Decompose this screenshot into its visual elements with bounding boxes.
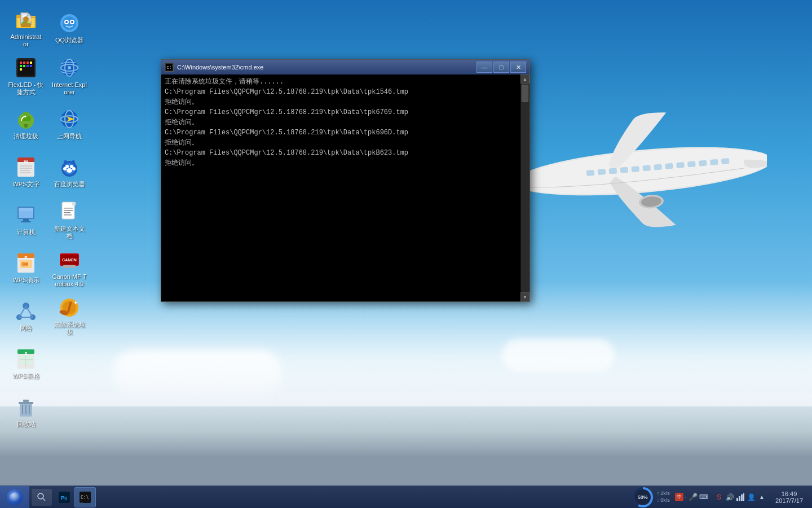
desktop-icon-computer[interactable]: 计算机 [6, 198, 46, 243]
desktop-icon-baidu[interactable]: 百度浏览器 [49, 150, 90, 195]
svg-rect-30 [30, 62, 32, 64]
up-arrow-icon: ↑ [657, 491, 660, 497]
desktop-icon-ie[interactable]: Internet Explorer [49, 54, 90, 99]
svg-point-90 [63, 167, 67, 170]
svg-rect-2 [586, 170, 595, 176]
cmd-close-button[interactable]: ✕ [510, 62, 526, 73]
svg-rect-6 [631, 166, 639, 172]
svg-line-113 [43, 498, 45, 501]
taskbar-search-button[interactable] [32, 489, 52, 506]
cmd-content: 正在清除系统垃圾文件，请稍等...... C:\Program Files\QQ… [161, 75, 520, 301]
taskbar-item-cmd[interactable]: C:\ _ [74, 487, 96, 507]
svg-rect-40 [20, 172, 31, 173]
desktop-icon-canon[interactable]: CANON Canon MF Toolbox 4.9 [49, 246, 90, 291]
svg-rect-29 [20, 68, 22, 71]
svg-text:W: W [24, 159, 28, 164]
computer-label: 计算机 [17, 229, 36, 236]
desktop-icon-ie-nav[interactable]: 上网导航 [49, 102, 90, 147]
svg-text:Ps: Ps [61, 495, 67, 501]
clean-icon [15, 108, 37, 130]
clean-junk-label: 清除系统垃圾 [51, 321, 87, 336]
svg-rect-121 [741, 494, 743, 501]
keyboard-icon[interactable]: ⌨ [699, 493, 708, 502]
svg-rect-104 [63, 265, 76, 268]
arrow-tray-icon[interactable]: ▲ [757, 493, 766, 502]
svg-text:P: P [24, 255, 28, 260]
baidu-label: 百度浏览器 [54, 181, 85, 188]
system-tray: 58% ↑ 2k/s ↓ 0k/s 中 · 🎤 [632, 486, 812, 508]
computer-icon [15, 204, 37, 226]
txt-label: 新建文本文档 [51, 225, 87, 240]
taskbar-item-photoshop[interactable]: Ps [54, 487, 74, 507]
cmd-scroll-up-button[interactable]: ▲ [520, 75, 529, 84]
desktop-icon-clean[interactable]: 清理垃圾 [6, 102, 46, 147]
cmd-minimize-button[interactable]: — [476, 62, 492, 73]
start-button[interactable] [0, 486, 29, 509]
svg-rect-63 [27, 361, 33, 364]
desktop-icon-txt[interactable]: 新建文本文档 [49, 198, 90, 243]
svg-rect-14 [721, 158, 730, 164]
sogou-tray-icon[interactable]: S [714, 493, 723, 502]
volume-icon[interactable]: 🔊 [725, 493, 734, 502]
svg-text:CANON: CANON [62, 258, 77, 262]
svg-point-92 [67, 168, 72, 173]
cmd-scroll-thumb[interactable] [522, 85, 528, 102]
svg-point-19 [23, 16, 29, 22]
desktop-icon-wps-xls[interactable]: S WPS表格 [6, 341, 46, 387]
desktop-icon-clean-junk[interactable]: ✦ 清除系统垃圾 [49, 294, 90, 339]
user-tray-icon[interactable]: 👤 [747, 493, 756, 502]
cmd-line-1: C:\Program Files\QQPCMgr\12.5.18768.219\… [165, 87, 517, 97]
cmd-scroll-down-button[interactable]: ▼ [520, 292, 529, 301]
wps-writer-icon: W [15, 156, 37, 178]
svg-text:S: S [24, 351, 28, 356]
cmd-maximize-button[interactable]: □ [493, 62, 509, 73]
cmd-line-8: 拒绝访问。 [165, 158, 517, 168]
desktop-icon-qqbrowser[interactable]: QQ浏览器 [49, 6, 90, 51]
clock-area[interactable]: 16:49 2017/7/17 [771, 486, 807, 508]
cmd-title-left: c:\ C:\Windows\system32\cmd.exe [165, 63, 263, 72]
search-icon [37, 493, 46, 502]
svg-line-54 [19, 306, 26, 317]
cmd-line-0: 正在清除系统垃圾文件，请稍等...... [165, 77, 517, 87]
svg-text:_: _ [81, 498, 83, 503]
cmd-line-2: 拒绝访问。 [165, 97, 517, 107]
input-method-badge[interactable]: 中 [675, 493, 683, 501]
svg-rect-9 [665, 163, 673, 169]
svg-rect-98 [64, 210, 73, 211]
administrator-icon [15, 8, 37, 31]
administrator-label: Administrat or [8, 33, 44, 48]
cmd-line-4: 拒绝访问。 [165, 117, 517, 128]
desktop-icon-flexled[interactable]: FlexLED - 快捷方式 [6, 54, 46, 99]
network-icon [15, 300, 37, 322]
mic-icon[interactable]: 🎤 [689, 493, 698, 502]
desktop-icon-wps-ppt[interactable]: P WPS演示 [6, 246, 46, 291]
svg-rect-12 [699, 160, 707, 166]
cmd-body: 正在清除系统垃圾文件，请稍等...... C:\Program Files\QQ… [161, 75, 529, 301]
net-down-speed: 0k/s [660, 497, 670, 504]
wps-xls-icon: S [15, 348, 37, 370]
svg-point-91 [72, 167, 76, 170]
ime-dot-icon[interactable]: · [685, 493, 687, 501]
svg-rect-26 [23, 65, 25, 67]
desktop-icon-wps-writer[interactable]: W WPS文字 [6, 150, 46, 195]
svg-point-77 [71, 21, 73, 23]
cmd-scroll-track[interactable] [521, 84, 529, 292]
svg-rect-13 [710, 159, 718, 165]
txt-icon [58, 200, 81, 223]
cmd-titlebar[interactable]: c:\ C:\Windows\system32\cmd.exe — □ ✕ [161, 60, 529, 75]
cmd-window-icon: c:\ [165, 63, 174, 72]
svg-point-81 [68, 66, 71, 69]
desktop-icon-administrator[interactable]: Administrat or [6, 6, 46, 51]
cmd-line-3: C:\Program Files\QQPCMgr\12.5.18768.219\… [165, 107, 517, 117]
desktop-icon-trash[interactable]: 回收站 [6, 389, 46, 435]
cmd-title-text: C:\Windows\system32\cmd.exe [177, 64, 263, 71]
svg-text:c:\: c:\ [166, 65, 173, 70]
svg-rect-67 [19, 402, 33, 404]
desktop-icon-network[interactable]: 网络 [6, 294, 46, 339]
svg-rect-32 [23, 112, 29, 115]
wps-xls-label: WPS表格 [12, 373, 39, 380]
network-tray-icon[interactable] [736, 493, 745, 502]
svg-rect-120 [739, 496, 740, 501]
ie-nav-label: 上网导航 [57, 133, 82, 140]
svg-rect-4 [609, 168, 617, 174]
